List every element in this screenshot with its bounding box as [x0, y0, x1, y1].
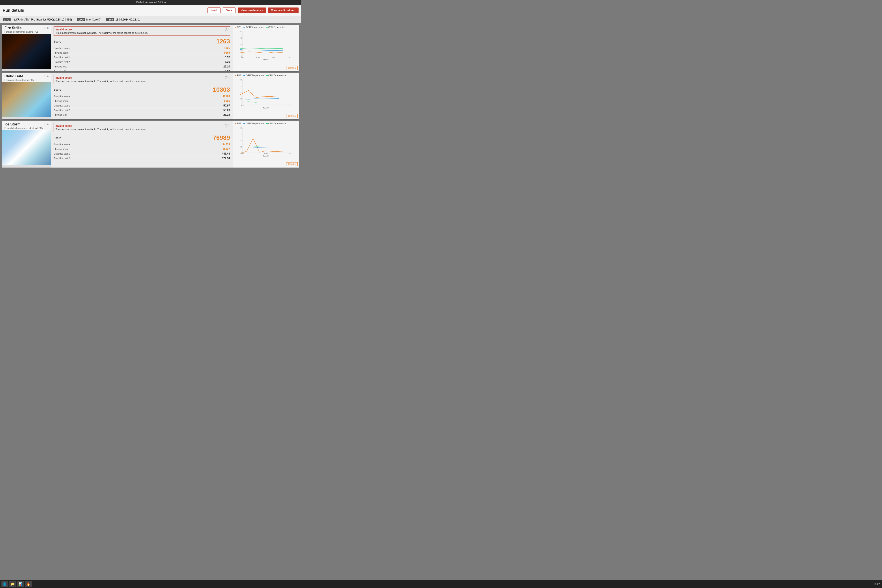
score-label: Physics test	[54, 65, 67, 68]
chart-svg: 100 75 50 25 0 0:000:301:00 Time [s]	[235, 126, 297, 156]
bench-description: For high performance gaming PCs	[4, 31, 38, 33]
score-value: 50.97	[224, 104, 230, 107]
help-icon[interactable]: ?	[225, 27, 228, 31]
invalid-score-msg: Time measurement data not available. The…	[56, 80, 228, 82]
bench-card-cloud-gate: 1.1.0 Cloud Gate For notebooks and home …	[2, 73, 299, 120]
score-label: Physics test	[54, 114, 67, 116]
chart-legend: FPS GPU Temperature CPU Temperature	[235, 122, 297, 125]
main-score-value: 10303	[213, 86, 230, 93]
gpu-info: GPU Intel(R) Iris(TM) Pro Graphics 5200(…	[3, 18, 72, 21]
svg-text:Time [s]: Time [s]	[263, 58, 269, 60]
score-label: Combined test	[54, 70, 69, 71]
score-label: Graphics score	[54, 143, 70, 146]
chart-svg: 100 75 50 25 0 0:301:00 Time [s]	[235, 78, 297, 108]
help-icon[interactable]: ?	[225, 76, 228, 80]
bench-card-fire-strike: 1.1.0 Fire Strike For high performance g…	[2, 25, 299, 71]
score-label: Graphics test 2	[54, 61, 70, 63]
cpu-temp-legend: CPU Temperature	[266, 26, 286, 28]
bench-version: 1.2.0	[44, 123, 48, 126]
view-result-online-button[interactable]: View result online ›	[268, 8, 298, 13]
bench-image	[2, 34, 51, 69]
svg-text:0:30: 0:30	[264, 153, 267, 155]
cpu-temp-label: CPU Temperature	[268, 122, 286, 125]
main-score-label: Score	[54, 40, 61, 43]
score-label: Graphics test 2	[54, 109, 70, 111]
bench-version: 1.1.0	[44, 75, 48, 78]
cpu-label: CPU	[77, 18, 85, 21]
save-button[interactable]: Save	[223, 8, 236, 13]
fps-label: FPS	[237, 122, 241, 125]
svg-text:Time [s]: Time [s]	[263, 107, 269, 108]
svg-text:75: 75	[240, 37, 242, 39]
details-button[interactable]: Details	[286, 66, 298, 70]
main-score-row: Score 76989	[54, 134, 230, 142]
score-row: Graphics test 2 379.34	[54, 156, 230, 160]
invalid-score-box: Invalid score! Time measurement data not…	[54, 27, 230, 36]
bench-right-2: FPS GPU Temperature CPU Temperature	[233, 121, 299, 168]
bench-card-ice-storm: 1.2.0 Ice Storm For mobile devices and e…	[2, 121, 299, 168]
svg-text:Time [s]: Time [s]	[263, 155, 269, 156]
score-row: Graphics score 1326	[54, 46, 230, 50]
top-bar: Run details Load Save View run details ›…	[0, 5, 301, 16]
view-run-details-button[interactable]: View run details ›	[238, 8, 266, 13]
svg-text:25: 25	[240, 50, 242, 51]
svg-text:1:30: 1:30	[288, 57, 291, 58]
gpu-temp-label: GPU Temperature	[246, 74, 264, 77]
title-bar: 3DMark Advanced Edition	[0, 0, 301, 5]
score-row: Physics score 46927	[54, 147, 230, 151]
fps-legend: FPS	[235, 26, 241, 28]
bench-right-0: FPS GPU Temperature CPU Temperature	[233, 25, 299, 71]
cpu-temp-dot	[266, 75, 268, 76]
bench-left-0: 1.1.0 Fire Strike For high performance g…	[2, 25, 51, 71]
cpu-temp-dot	[266, 123, 268, 124]
fps-label: FPS	[237, 74, 241, 77]
svg-text:1:00: 1:00	[288, 105, 291, 107]
svg-text:0:00: 0:00	[241, 57, 244, 58]
score-label: Physics score	[54, 51, 69, 54]
score-value: 445.43	[222, 152, 230, 155]
bench-image	[2, 130, 51, 165]
gpu-temp-legend: GPU Temperature	[243, 26, 264, 28]
gpu-label: GPU	[3, 18, 10, 21]
main-score-value: 76989	[213, 134, 230, 141]
score-row: Physics score 6685	[54, 99, 230, 103]
score-row: Physics test 29.10	[54, 65, 230, 69]
svg-text:50: 50	[240, 140, 242, 141]
arrow-icon: ›	[294, 9, 296, 12]
cpu-value: Intel Core i7	[86, 18, 100, 21]
fps-dot	[235, 123, 236, 124]
bench-right-1: FPS GPU Temperature CPU Temperature	[233, 73, 299, 120]
score-row: Graphics score 12189	[54, 94, 230, 98]
bench-description: For mobile devices and entry-level PCs	[4, 127, 43, 129]
gpu-temp-legend: GPU Temperature	[243, 74, 264, 77]
score-label: Physics score	[54, 100, 69, 102]
chart-area: 100 75 50 25 0 0:000:301:00 Time [s]	[235, 126, 297, 156]
score-value: 6685	[224, 99, 230, 102]
svg-text:75: 75	[240, 86, 242, 87]
bench-header: 1.1.0 Fire Strike For high performance g…	[2, 25, 51, 34]
score-row: Graphics test 1 445.43	[54, 152, 230, 156]
svg-text:0:30: 0:30	[241, 105, 244, 107]
svg-text:50: 50	[240, 92, 242, 93]
score-value: 46927	[223, 147, 230, 151]
chart-svg: 100 75 50 25 0 0:000:301:001:30 Time [s]	[235, 29, 297, 60]
score-row: Graphics test 2 55.20	[54, 108, 230, 112]
score-row: Combined test 2.22	[54, 69, 230, 71]
svg-text:100: 100	[240, 31, 242, 32]
score-row: Physics test 21.22	[54, 113, 230, 117]
load-button[interactable]: Load	[207, 8, 220, 13]
invalid-score-title: Invalid score!	[56, 28, 228, 31]
gpu-temp-legend: GPU Temperature	[243, 122, 264, 125]
time-info: Time 13.04.2014 00:22:42	[106, 18, 140, 21]
bench-left-1: 1.1.0 Cloud Gate For notebooks and home …	[2, 73, 51, 120]
gpu-temp-label: GPU Temperature	[246, 26, 264, 28]
score-row: Graphics test 2 5.26	[54, 60, 230, 64]
svg-text:100: 100	[240, 79, 242, 81]
details-button[interactable]: Details	[286, 162, 298, 166]
fps-dot	[235, 75, 236, 76]
cpu-temp-label: CPU Temperature	[268, 74, 286, 77]
details-button[interactable]: Details	[286, 114, 298, 118]
cpu-info: CPU Intel Core i7	[77, 18, 100, 21]
score-value: 5.26	[225, 60, 230, 63]
score-value: 55.20	[224, 109, 230, 112]
